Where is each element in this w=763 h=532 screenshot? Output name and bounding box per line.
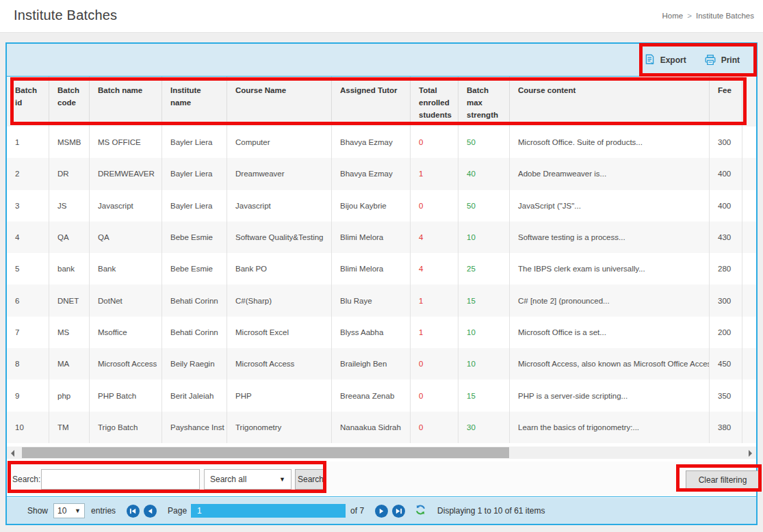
cell-batch-id: 4 [7,222,49,253]
cell-batch-name: PHP Batch [90,380,162,411]
table-row[interactable]: 7 MS Msoffice Behati Corinn Microsoft Ex… [7,317,756,348]
cell-batch-id: 8 [7,348,49,380]
clear-filtering-button[interactable]: Clear filtering [686,470,760,490]
cell-batch-code: MA [49,348,90,380]
table-row[interactable]: 6 DNET DotNet Behati Corinn C#(Sharp) Bl… [7,284,756,316]
scroll-right-icon[interactable] [749,450,752,457]
table-row[interactable]: 9 php PHP Batch Berit Jaleiah PHP Breean… [7,380,756,411]
scroll-left-icon[interactable] [11,450,14,457]
cell-batch-name: Microsoft Access [90,348,162,380]
cell-course-name: Microsoft Access [227,348,332,380]
cell-total-enrolled: 0 [411,190,458,222]
search-input[interactable] [41,469,200,490]
cell-batch-name: Bank [90,253,162,284]
column-header-institute-name[interactable]: Institute name [162,77,227,127]
page-number-input[interactable] [191,504,346,518]
cell-batch-id: 3 [7,190,49,222]
refresh-icon [415,508,426,518]
column-header-course-name[interactable]: Course Name [227,77,332,127]
cell-batch-id: 5 [7,253,49,284]
cell-batch-code: JS [49,190,90,222]
cell-batch-max: 15 [458,284,510,316]
cell-batch-name: Msoffice [90,317,162,348]
refresh-button[interactable] [415,504,426,518]
cell-batch-max: 50 [458,127,510,158]
cell-batch-id: 7 [7,317,49,348]
cell-batch-code: QA [49,222,90,253]
column-header-total-enrolled[interactable]: Total enrolled students [411,77,458,127]
table-row[interactable]: 10 TM Trigo Batch Payshance Inst Trigono… [7,412,756,443]
export-icon [644,54,656,66]
column-header-course-content[interactable]: Course content [510,77,710,127]
cell-course-content: Microsoft Access, also known as Microsof… [510,348,710,380]
cell-spacer [742,412,755,443]
cell-course-name: Trigonometry [227,412,332,443]
cell-assigned-tutor: Blu Raye [332,284,411,316]
cell-assigned-tutor: Blimi Melora [332,253,411,284]
cell-course-content: Software testing is a process... [510,222,710,253]
cell-fee: 350 [710,380,742,411]
cell-batch-id: 9 [7,380,49,411]
cell-assigned-tutor: Blyss Aabha [332,317,411,348]
cell-total-enrolled: 0 [411,412,458,443]
cell-course-content: Microsoft Office. Suite of products... [510,127,710,158]
cell-total-enrolled: 0 [411,348,458,380]
cell-course-content: C# [note 2] (pronounced... [510,284,710,316]
cell-institute-name: Bebe Esmie [162,253,227,284]
cell-spacer [742,380,755,411]
column-header-assigned-tutor[interactable]: Assigned Tutor [332,77,411,127]
first-page-button[interactable] [127,505,140,518]
cell-course-name: Software Quality&Testing [227,222,332,253]
cell-batch-id: 2 [7,158,49,189]
entries-label: entries [91,506,116,516]
table-row[interactable]: 8 MA Microsoft Access Beily Raegin Micro… [7,348,756,380]
last-page-button[interactable] [392,505,405,518]
cell-fee: 450 [710,348,742,380]
search-filter-select[interactable]: Search all ▼ [204,469,292,490]
next-page-button[interactable] [375,505,388,518]
table-row[interactable]: 4 QA QA Bebe Esmie Software Quality&Test… [7,222,756,253]
cell-batch-code: MSMB [49,127,90,158]
scrollbar-thumb[interactable] [22,447,509,458]
cell-total-enrolled: 4 [411,253,458,284]
cell-batch-max: 50 [458,190,510,222]
table-row[interactable]: 2 DR DREMWEAVER Bayler Liera Dreamweaver… [7,158,756,189]
cell-fee: 400 [710,158,742,189]
previous-page-button[interactable] [144,505,157,518]
column-header-batch-name[interactable]: Batch name [90,77,162,127]
cell-batch-id: 6 [7,284,49,316]
entries-select[interactable]: 10 ▼ [53,503,85,518]
table-row[interactable]: 5 bank Bank Bebe Esmie Bank PO Blimi Mel… [7,253,756,284]
cell-batch-id: 1 [7,127,49,158]
breadcrumb-current: Institute Batches [696,12,754,20]
grid-container: Export Print Batch id Batch code Batch n… [5,42,758,525]
column-header-batch-id[interactable]: Batch id [7,77,49,127]
cell-batch-name: DREMWEAVER [90,158,162,189]
cell-batch-name: QA [90,222,162,253]
cell-spacer [742,222,755,253]
breadcrumb-home[interactable]: Home [662,12,684,20]
chevron-down-icon: ▼ [279,476,285,483]
print-button[interactable]: Print [704,54,740,66]
column-header-spacer [742,77,755,127]
search-button[interactable]: Search [295,469,326,490]
cell-total-enrolled: 1 [411,284,458,316]
cell-assigned-tutor: Blimi Melora [332,222,411,253]
pagination-bar: Show 10 ▼ entries Page of 7 [7,498,756,524]
cell-batch-max: 10 [458,222,510,253]
display-status: Displaying 1 to 10 of 61 items [437,506,545,516]
column-header-fee[interactable]: Fee [710,77,742,127]
table-row[interactable]: 1 MSMB MS OFFICE Bayler Liera Computer B… [7,127,756,158]
column-header-batch-code[interactable]: Batch code [49,77,90,127]
table-row[interactable]: 3 JS Javascript Bayler Liera Javascript … [7,190,756,222]
column-header-batch-max[interactable]: Batch max strength [458,77,510,127]
cell-batch-code: MS [49,317,90,348]
export-button[interactable]: Export [644,54,686,66]
page-title: Institute Batches [14,8,117,23]
cell-institute-name: Berit Jaleiah [162,380,227,411]
cell-course-content: Microsoft Office is a set... [510,317,710,348]
toolbar: Export Print [7,44,756,77]
cell-fee: 430 [710,222,742,253]
cell-spacer [742,127,755,158]
cell-batch-name: Javascript [90,190,162,222]
